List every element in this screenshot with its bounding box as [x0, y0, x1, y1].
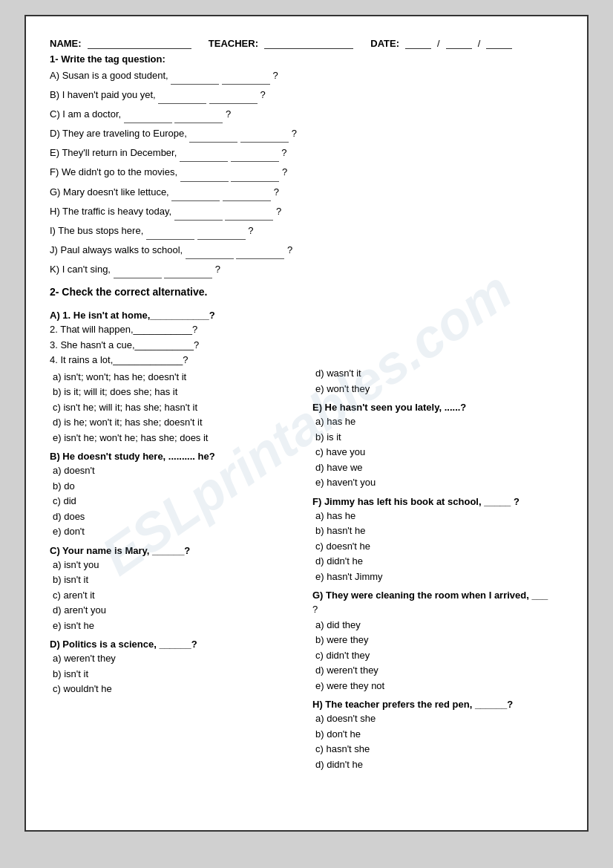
blank-field[interactable]	[180, 164, 229, 181]
blank-field[interactable]	[231, 164, 279, 181]
blank-field[interactable]	[209, 87, 258, 104]
list-item: a) doesn't she	[315, 711, 563, 726]
blank-field[interactable]	[174, 106, 223, 123]
block-g-options: a) did they b) were they c) didn't they …	[315, 618, 563, 694]
list-item	[312, 304, 563, 319]
q-letter: B)	[50, 89, 59, 100]
list-item: e) won't they	[315, 382, 563, 397]
list-item: a) has he	[315, 509, 563, 523]
blank-field[interactable]	[171, 68, 219, 85]
name-field[interactable]	[88, 37, 191, 49]
list-item: d) aren't you	[53, 603, 301, 618]
list-item: a) isn't you	[53, 558, 301, 572]
section2-columns: A) 1. He isn't at home,___________? 2. T…	[50, 304, 563, 772]
blank-field[interactable]	[225, 203, 273, 221]
date-day-field[interactable]	[405, 37, 431, 49]
q-text: I haven't paid you yet,	[62, 89, 156, 100]
blank-field[interactable]	[223, 184, 271, 201]
block-b-options: a) doesn't b) do c) did d) does e) don't	[53, 463, 301, 539]
blank-field[interactable]	[180, 145, 228, 162]
q-text: They are traveling to Europe,	[62, 128, 187, 139]
blank-field[interactable]	[174, 203, 223, 221]
block-g: G) They were cleaning the room when I ar…	[312, 590, 563, 693]
list-item: b) were they	[315, 633, 563, 647]
q-letter: I)	[50, 225, 56, 236]
blank-field[interactable]	[197, 223, 246, 240]
block-f-label: F) Jimmy has left his book at school, __…	[312, 496, 563, 507]
list-item: e) hasn't Jimmy	[315, 570, 563, 584]
list-item: d) didn't he	[315, 757, 563, 772]
list-item: a) did they	[315, 618, 563, 633]
section1-title: 1- Write the tag question:	[50, 53, 563, 65]
teacher-field[interactable]	[264, 37, 353, 49]
list-item: E) They'll return in December, ?	[50, 145, 563, 162]
list-item: b) isn't it	[53, 572, 301, 587]
list-item: c) aren't it	[53, 588, 301, 603]
list-item: ?	[312, 602, 563, 617]
block-f-options: a) has he b) hasn't he c) doesn't he d) …	[315, 509, 563, 584]
blank-field[interactable]	[189, 125, 237, 143]
list-item: 3. She hasn't a cue,___________?	[50, 338, 301, 353]
block-b: B) He doesn't study here, .......... he?…	[50, 451, 301, 539]
q-end: ?	[273, 70, 278, 81]
list-item: b) don't he	[315, 727, 563, 742]
list-item: G) Mary doesn't like lettuce, ?	[50, 184, 563, 201]
blank-field[interactable]	[146, 223, 194, 240]
block-f: F) Jimmy has left his book at school, __…	[312, 496, 563, 584]
list-item: e) haven't you	[315, 475, 563, 490]
q-text: Mary doesn't like lettuce,	[63, 186, 169, 198]
q-text: Susan is a good student,	[62, 70, 168, 81]
blank-field[interactable]	[158, 87, 206, 104]
block-d: D) Politics is a science, ______? a) wer…	[50, 639, 301, 696]
q-text: I am a doctor,	[62, 108, 121, 120]
list-item: 4. It rains a lot,_____________?	[50, 353, 301, 368]
worksheet-page: ESLprintables.com NAME: TEACHER: DATE: /…	[24, 15, 589, 832]
list-item: e) isn't he	[53, 619, 301, 633]
list-item: b) do	[53, 479, 301, 494]
list-item: 2. That will happen,___________?	[50, 322, 301, 337]
block-e-options: a) has he b) is it c) have you d) have w…	[315, 414, 563, 490]
list-item: d) is he; won't it; has she; doesn't it	[53, 415, 301, 430]
blank-field[interactable]	[222, 68, 270, 85]
q-end: ?	[274, 186, 279, 198]
q-letter: K)	[50, 264, 59, 275]
list-item: a) isn't; won't; has he; doesn't it	[53, 370, 301, 385]
section1-questions: A) Susan is a good student, ? B) I haven…	[50, 68, 563, 278]
blank-field[interactable]	[164, 261, 212, 278]
block-c-options: a) isn't you b) isn't it c) aren't it d)…	[53, 558, 301, 633]
date-year-field[interactable]	[486, 37, 512, 49]
blank-field[interactable]	[236, 242, 284, 259]
block-a-label: A) 1. He isn't at home,___________?	[50, 310, 301, 321]
blank-field[interactable]	[240, 125, 289, 143]
block-g-label: G) They were cleaning the room when I ar…	[312, 590, 563, 601]
block-c-label: C) Your name is Mary, ______?	[50, 545, 301, 556]
list-item: a) has he	[315, 414, 563, 429]
date-month-field[interactable]	[446, 37, 472, 49]
list-item: c) didn't they	[315, 648, 563, 663]
list-item: e) isn't he; won't he; has she; does it	[53, 431, 301, 446]
list-item: c) isn't he; will it; has she; hasn't it	[53, 400, 301, 415]
q-letter: H)	[50, 206, 60, 217]
list-item: d) weren't they	[315, 663, 563, 678]
blank-field[interactable]	[114, 261, 162, 278]
q-text: I can't sing,	[62, 264, 111, 275]
q-letter: D)	[50, 128, 60, 139]
block-c: C) Your name is Mary, ______? a) isn't y…	[50, 545, 301, 633]
q-letter: A)	[50, 70, 59, 81]
blank-field[interactable]	[171, 184, 220, 201]
list-item: J) Paul always walks to school, ?	[50, 242, 563, 259]
blank-field[interactable]	[186, 242, 234, 259]
list-item: a) doesn't	[53, 463, 301, 478]
list-item: b) isn't it	[53, 667, 301, 682]
block-d-label: D) Politics is a science, ______?	[50, 639, 301, 650]
blank-field[interactable]	[231, 145, 279, 162]
list-item: c) wouldn't he	[53, 682, 301, 696]
list-item: d) does	[53, 509, 301, 524]
list-item: K) I can't sing, ?	[50, 261, 563, 278]
q-text: The traffic is heavy today,	[62, 206, 171, 217]
blank-field[interactable]	[124, 106, 172, 123]
list-item: a) weren't they	[53, 651, 301, 666]
list-item: I) The bus stops here, ?	[50, 223, 563, 240]
list-item: e) were they not	[315, 679, 563, 694]
list-item: c) hasn't she	[315, 742, 563, 757]
